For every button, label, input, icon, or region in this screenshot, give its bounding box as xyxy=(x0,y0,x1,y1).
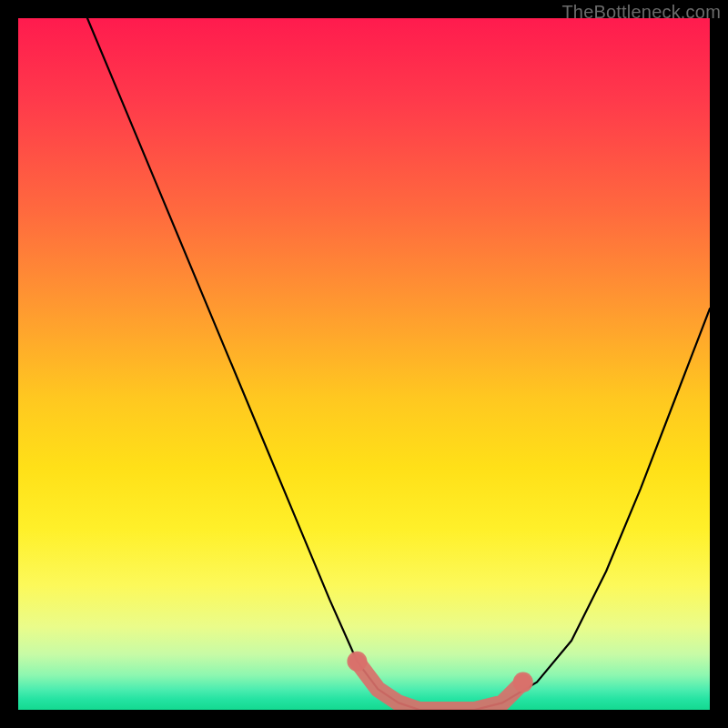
svg-point-1 xyxy=(513,672,533,693)
plot-area xyxy=(18,18,710,710)
highlight-markers xyxy=(347,652,532,710)
bottleneck-curve xyxy=(87,18,710,710)
curve-svg xyxy=(18,18,710,710)
chart-frame: TheBottleneck.com xyxy=(0,0,728,728)
svg-point-0 xyxy=(347,652,367,672)
